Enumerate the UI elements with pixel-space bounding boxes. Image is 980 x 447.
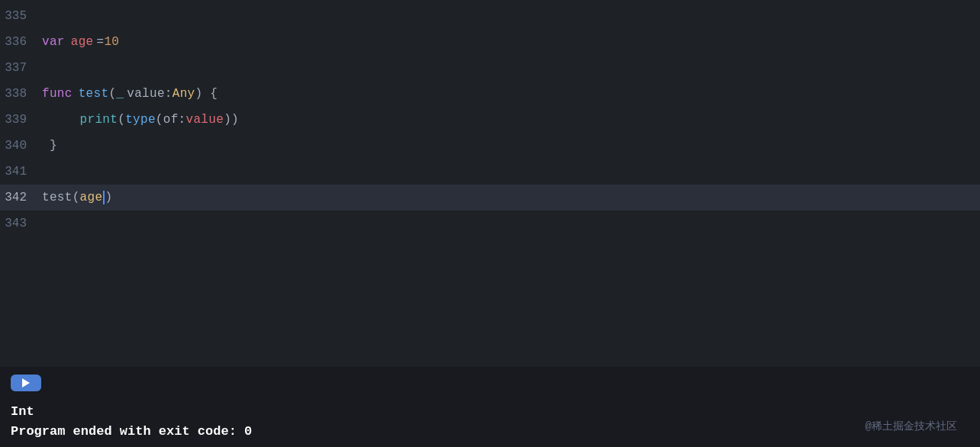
line-number-339: 339 [0,113,42,127]
code-line-340: 340 } [0,133,980,159]
token-print: print [80,113,118,127]
line-content-336: var age = 10 [42,35,119,49]
token-close-brace: } [50,139,57,153]
token-indent339 [42,113,80,127]
token-var: var [42,35,65,49]
output-text: Int Program ended with exit code: 0 [11,402,252,441]
token-type: type [125,113,156,127]
output-line-1: Int [11,402,252,422]
token-underscore: _ [116,87,124,101]
token-of: of [163,113,179,127]
code-editor: 335 336 var age = 10 337 338 func test (… [0,0,980,367]
token-test-lparen: ( [73,191,80,204]
play-icon [22,378,30,388]
output-content: Int Program ended with exit code: 0 @稀土掘… [0,397,980,447]
code-line-336: 336 var age = 10 [0,29,980,55]
token-equals: = [97,35,105,49]
token-func: func [42,87,73,101]
line-content-340: } [42,139,57,153]
token-type-lparen: ( [156,113,163,127]
token-colon-space: : [165,87,172,101]
token-test-call: test [42,191,73,204]
token-colon-value: : [179,113,186,127]
code-line-343: 343 [0,211,980,236]
token-print-lparen: ( [118,113,125,127]
token-any: Any [172,87,195,101]
line-content-339: print ( type ( of : value )) [42,113,239,127]
line-number-335: 335 [0,9,42,23]
token-indent340 [42,139,50,153]
watermark: @稀土掘金技术社区 [866,420,957,433]
code-line-335: 335 [0,3,980,29]
output-line-2: Program ended with exit code: 0 [11,422,252,442]
token-age: age [71,35,94,49]
line-number-343: 343 [0,217,42,230]
token-age-arg: age [80,191,103,204]
play-badge [11,375,41,391]
line-content-338: func test ( _ value : Any ) { [42,87,218,101]
code-line-342: 342 test ( age ) [0,185,980,211]
token-test-rparen: ) [105,191,112,204]
line-number-336: 336 [0,35,42,49]
code-line-337: 337 [0,55,980,81]
output-bottom-row: Int Program ended with exit code: 0 @稀土掘… [11,402,969,441]
token-func-name: test [79,87,109,101]
token-close-parens: )) [224,113,239,127]
line-number-338: 338 [0,87,42,101]
token-value-arg: value [186,113,224,127]
token-value-param: value [127,87,165,101]
line-content-342: test ( age ) [42,191,112,204]
output-toolbar [0,368,980,397]
line-number-342: 342 [0,191,42,204]
token-10: 10 [104,35,119,49]
output-panel: Int Program ended with exit code: 0 @稀土掘… [0,368,980,447]
line-number-340: 340 [0,139,42,153]
line-number-337: 337 [0,61,42,75]
line-number-341: 341 [0,165,42,178]
token-rparen-brace: ) { [195,87,218,101]
code-line-341: 341 [0,159,980,185]
code-line-338: 338 func test ( _ value : Any ) { [0,81,980,107]
code-line-339: 339 print ( type ( of : value )) [0,107,980,133]
token-lparen: ( [108,87,116,101]
